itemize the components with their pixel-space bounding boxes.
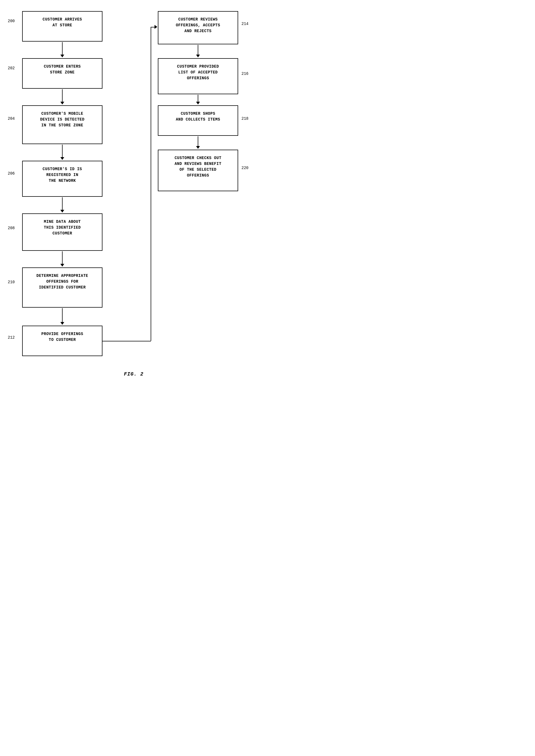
arrow-line <box>62 197 63 210</box>
arrow-line <box>62 251 63 264</box>
connector-h-212-214 <box>102 341 151 342</box>
label-200: 200 <box>8 19 15 23</box>
label-208: 208 <box>8 226 15 230</box>
box-214: CUSTOMER REVIEWS OFFERINGS, ACCEPTS AND … <box>158 11 238 44</box>
arrow-head <box>60 264 64 267</box>
arrow-206-208 <box>60 197 64 213</box>
label-214: 214 <box>241 22 248 26</box>
box-206-text: CUSTOMER'S ID IS REGISTERED IN THE NETWO… <box>42 167 82 183</box>
arrow-200-202 <box>60 42 64 57</box>
arrow-line <box>198 136 198 146</box>
arrow-line <box>62 308 63 322</box>
arrow-head <box>60 322 64 325</box>
label-216: 216 <box>241 72 248 76</box>
diagram-container: 200 CUSTOMER ARRIVES AT STORE 202 CUSTOM… <box>0 0 268 360</box>
label-206: 206 <box>8 171 15 176</box>
arrow-line <box>198 95 198 102</box>
arrow-line <box>62 145 63 157</box>
box-204-text: CUSTOMER'S MOBILE DEVICE IS DETECTED IN … <box>40 111 84 128</box>
arrow-head <box>60 55 64 57</box>
arrow-214-216 <box>196 45 200 57</box>
box-220: CUSTOMER CHECKS OUT AND REVIEWS BENEFIT … <box>158 150 238 191</box>
arrow-210-212 <box>60 308 64 325</box>
label-202: 202 <box>8 66 15 70</box>
arrow-head <box>196 102 200 105</box>
arrow-216-218 <box>196 95 200 105</box>
label-220: 220 <box>241 166 248 170</box>
arrow-head <box>60 102 64 105</box>
label-218: 218 <box>241 116 248 121</box>
arrow-204-206 <box>60 145 64 160</box>
box-204: CUSTOMER'S MOBILE DEVICE IS DETECTED IN … <box>22 105 102 144</box>
arrow-line <box>62 89 63 102</box>
box-202: CUSTOMER ENTERS STORE ZONE <box>22 58 102 89</box>
arrow-202-204 <box>60 89 64 105</box>
box-200-text: CUSTOMER ARRIVES AT STORE <box>42 17 82 27</box>
box-210: DETERMINE APPROPRIATE OFFERINGS FOR IDEN… <box>22 267 102 308</box>
box-220-text: CUSTOMER CHECKS OUT AND REVIEWS BENEFIT … <box>175 156 221 178</box>
box-214-text: CUSTOMER REVIEWS OFFERINGS, ACCEPTS AND … <box>176 17 220 33</box>
box-218-text: CUSTOMER SHOPS AND COLLECTS ITEMS <box>176 111 220 122</box>
arrow-208-210 <box>60 251 64 267</box>
box-200: CUSTOMER ARRIVES AT STORE <box>22 11 102 42</box>
box-216-text: CUSTOMER PROVIDED LIST OF ACCEPTED OFFER… <box>177 64 219 80</box>
arrow-head <box>60 157 64 160</box>
arrow-line <box>198 45 198 55</box>
arrow-line <box>62 42 63 55</box>
connector-v-212-214 <box>151 27 151 341</box>
box-208: MINE DATA ABOUT THIS IDENTIFIED CUSTOMER <box>22 213 102 251</box>
arrow-head <box>196 146 200 149</box>
arrow-218-220 <box>196 136 200 149</box>
label-210: 210 <box>8 280 15 284</box>
label-212: 212 <box>8 335 15 340</box>
box-206: CUSTOMER'S ID IS REGISTERED IN THE NETWO… <box>22 161 102 197</box>
box-202-text: CUSTOMER ENTERS STORE ZONE <box>44 64 81 75</box>
box-210-text: DETERMINE APPROPRIATE OFFERINGS FOR IDEN… <box>37 274 88 289</box>
box-216: CUSTOMER PROVIDED LIST OF ACCEPTED OFFER… <box>158 58 238 94</box>
box-212-text: PROVIDE OFFERINGS TO CUSTOMER <box>41 332 83 342</box>
box-218: CUSTOMER SHOPS AND COLLECTS ITEMS <box>158 105 238 136</box>
label-204: 204 <box>8 116 15 121</box>
arrow-head <box>196 55 200 57</box>
box-208-text: MINE DATA ABOUT THIS IDENTIFIED CUSTOMER <box>44 220 81 235</box>
box-212: PROVIDE OFFERINGS TO CUSTOMER <box>22 326 102 356</box>
arrow-head <box>60 210 64 213</box>
arrow-head-to-214 <box>155 25 157 29</box>
